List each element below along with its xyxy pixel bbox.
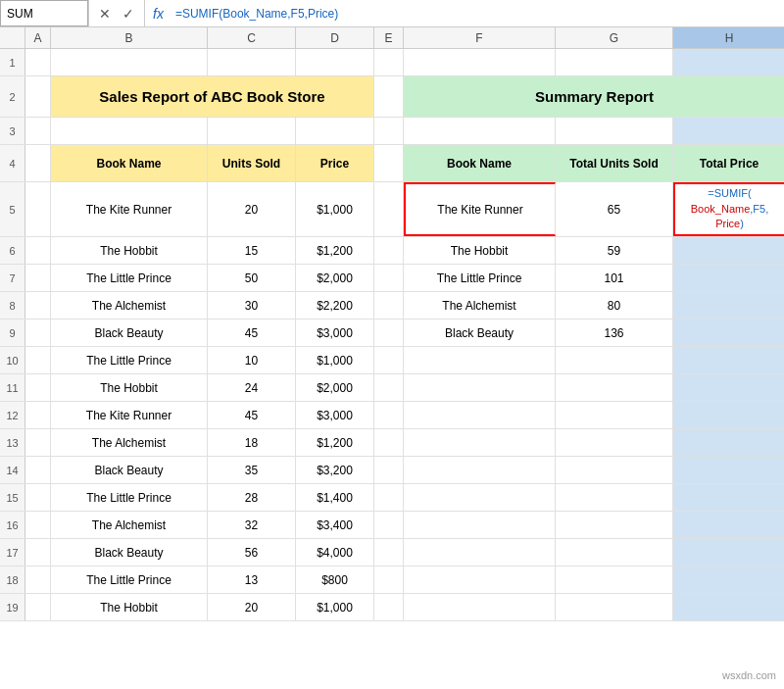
cell-d14[interactable]: $3,200	[296, 457, 374, 483]
cell-d13[interactable]: $1,200	[296, 429, 374, 456]
cell-b16[interactable]: The Alchemist	[51, 512, 208, 538]
cell-e1[interactable]	[374, 49, 404, 75]
cell-a17[interactable]	[25, 539, 51, 566]
right-header-price[interactable]: Total Price	[673, 145, 784, 181]
cell-a19[interactable]	[25, 594, 51, 620]
cell-g6[interactable]: 59	[556, 237, 673, 264]
cell-f-17[interactable]	[404, 539, 556, 566]
cell-g-10[interactable]	[556, 347, 673, 373]
cell-h8[interactable]	[673, 292, 784, 319]
cell-b7[interactable]: The Little Prince	[51, 265, 208, 291]
cell-c12[interactable]: 45	[208, 402, 296, 428]
cell-f3[interactable]	[404, 118, 556, 144]
cell-b17[interactable]: Black Beauty	[51, 539, 208, 566]
cell-b6[interactable]: The Hobbit	[51, 237, 208, 264]
name-box[interactable]: SUM	[0, 0, 88, 26]
cell-c6[interactable]: 15	[208, 237, 296, 264]
cell-f8[interactable]: The Alchemist	[404, 292, 556, 319]
cell-h-17[interactable]	[673, 539, 784, 566]
cell-a5[interactable]	[25, 182, 51, 236]
cell-e17[interactable]	[374, 539, 404, 566]
cell-c11[interactable]: 24	[208, 374, 296, 401]
cell-b13[interactable]: The Alchemist	[51, 429, 208, 456]
cell-h7[interactable]	[673, 265, 784, 291]
cell-e4[interactable]	[374, 145, 404, 181]
cell-b9[interactable]: Black Beauty	[51, 320, 208, 346]
cell-b3[interactable]	[51, 118, 208, 144]
cell-a3[interactable]	[25, 118, 51, 144]
cell-f-18[interactable]	[404, 566, 556, 593]
cell-b10[interactable]: The Little Prince	[51, 347, 208, 373]
cell-d19[interactable]: $1,000	[296, 594, 374, 620]
cell-b18[interactable]: The Little Prince	[51, 566, 208, 593]
cell-a14[interactable]	[25, 457, 51, 483]
cell-h3[interactable]	[673, 118, 784, 144]
cell-g8[interactable]: 80	[556, 292, 673, 319]
cell-c7[interactable]: 50	[208, 265, 296, 291]
cell-h-10[interactable]	[673, 347, 784, 373]
cell-f-12[interactable]	[404, 402, 556, 428]
cell-d5[interactable]: $1,000	[296, 182, 374, 236]
confirm-icon[interactable]: ✓	[117, 0, 140, 26]
cell-f-16[interactable]	[404, 512, 556, 538]
cell-g-11[interactable]	[556, 374, 673, 401]
cell-c5[interactable]: 20	[208, 182, 296, 236]
col-header-g[interactable]: G	[556, 27, 673, 48]
cell-a9[interactable]	[25, 320, 51, 346]
cell-a10[interactable]	[25, 347, 51, 373]
cell-g-14[interactable]	[556, 457, 673, 483]
cell-d3[interactable]	[296, 118, 374, 144]
cell-e15[interactable]	[374, 484, 404, 511]
cell-c16[interactable]: 32	[208, 512, 296, 538]
cell-a15[interactable]	[25, 484, 51, 511]
cell-b15[interactable]: The Little Prince	[51, 484, 208, 511]
cell-c9[interactable]: 45	[208, 320, 296, 346]
cell-h5[interactable]: =SUMIF(Book_Name,F5,Price)	[673, 182, 784, 236]
cell-h6[interactable]	[673, 237, 784, 264]
cell-a1[interactable]	[25, 49, 51, 75]
cell-d6[interactable]: $1,200	[296, 237, 374, 264]
cell-f-19[interactable]	[404, 594, 556, 620]
col-header-b[interactable]: B	[51, 27, 208, 48]
cell-h-12[interactable]	[673, 402, 784, 428]
cell-h1[interactable]	[673, 49, 784, 75]
cell-b19[interactable]: The Hobbit	[51, 594, 208, 620]
cell-c8[interactable]: 30	[208, 292, 296, 319]
cell-a12[interactable]	[25, 402, 51, 428]
cell-d8[interactable]: $2,200	[296, 292, 374, 319]
cell-d18[interactable]: $800	[296, 566, 374, 593]
right-header-units[interactable]: Total Units Sold	[556, 145, 673, 181]
cell-a11[interactable]	[25, 374, 51, 401]
cell-h-13[interactable]	[673, 429, 784, 456]
col-header-d[interactable]: D	[296, 27, 374, 48]
col-header-c[interactable]: C	[208, 27, 296, 48]
cell-a6[interactable]	[25, 237, 51, 264]
cell-h-19[interactable]	[673, 594, 784, 620]
col-header-e[interactable]: E	[374, 27, 404, 48]
cell-d17[interactable]: $4,000	[296, 539, 374, 566]
cell-h9[interactable]	[673, 320, 784, 346]
col-header-f[interactable]: F	[404, 27, 556, 48]
cell-f6[interactable]: The Hobbit	[404, 237, 556, 264]
cell-e14[interactable]	[374, 457, 404, 483]
cell-c15[interactable]: 28	[208, 484, 296, 511]
cell-d9[interactable]: $3,000	[296, 320, 374, 346]
cell-c3[interactable]	[208, 118, 296, 144]
cell-e12[interactable]	[374, 402, 404, 428]
cell-e6[interactable]	[374, 237, 404, 264]
cell-f9[interactable]: Black Beauty	[404, 320, 556, 346]
cell-e2[interactable]	[374, 76, 404, 117]
cell-h-18[interactable]	[673, 566, 784, 593]
cell-f-14[interactable]	[404, 457, 556, 483]
cell-g-12[interactable]	[556, 402, 673, 428]
cell-b12[interactable]: The Kite Runner	[51, 402, 208, 428]
right-header-bookname[interactable]: Book Name	[404, 145, 556, 181]
cell-d7[interactable]: $2,000	[296, 265, 374, 291]
cell-e10[interactable]	[374, 347, 404, 373]
cell-c19[interactable]: 20	[208, 594, 296, 620]
cell-h-15[interactable]	[673, 484, 784, 511]
cell-g9[interactable]: 136	[556, 320, 673, 346]
cell-g-13[interactable]	[556, 429, 673, 456]
cancel-icon[interactable]: ✕	[93, 0, 117, 26]
cell-a13[interactable]	[25, 429, 51, 456]
